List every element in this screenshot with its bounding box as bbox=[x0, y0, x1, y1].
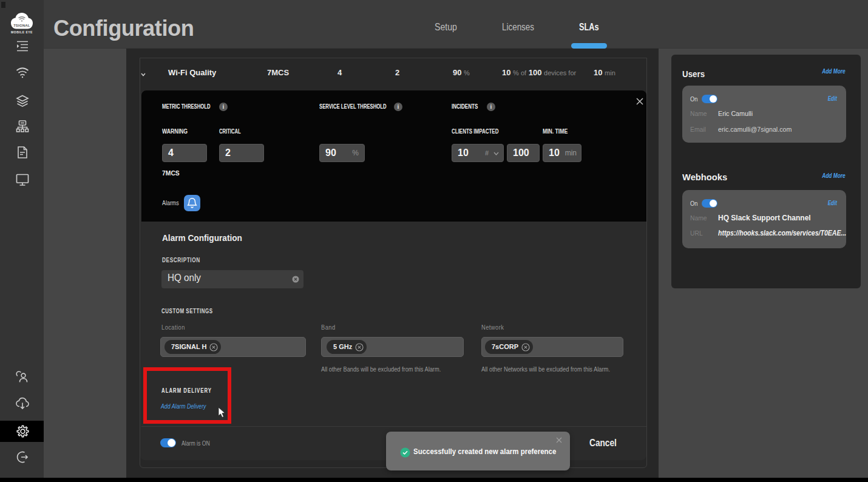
svg-text:7SIGNAL: 7SIGNAL bbox=[13, 24, 30, 27]
svg-text:MOBILE EYE: MOBILE EYE bbox=[11, 30, 33, 34]
